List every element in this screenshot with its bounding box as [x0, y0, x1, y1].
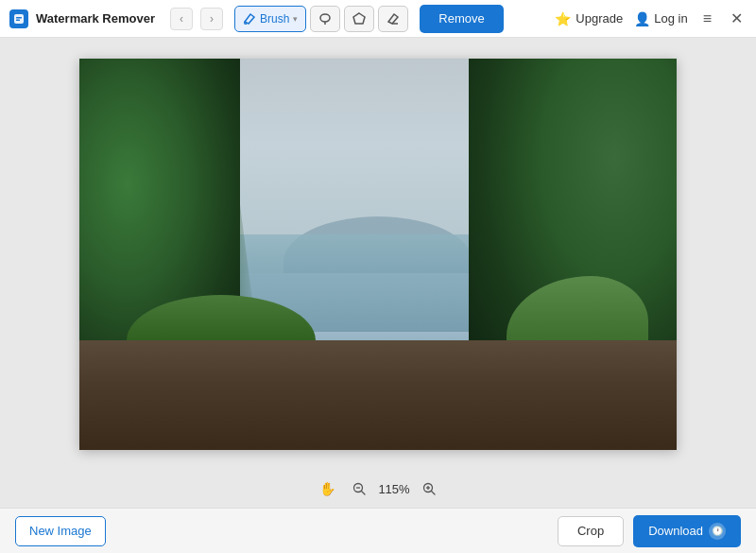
image-container — [79, 59, 677, 450]
lasso-tool-button[interactable] — [310, 6, 340, 32]
zoom-controls: 115% — [349, 478, 439, 499]
upgrade-button[interactable]: ⭐ Upgrade — [555, 11, 623, 26]
brush-tool-button[interactable]: Brush ▾ — [234, 6, 306, 32]
svg-line-8 — [432, 492, 436, 495]
polygon-tool-button[interactable] — [344, 6, 374, 32]
svg-rect-0 — [14, 14, 24, 24]
svg-rect-1 — [16, 17, 22, 19]
photo-ground — [79, 340, 677, 450]
upgrade-icon: ⭐ — [555, 11, 571, 26]
toolbar-tools: Brush ▾ — [234, 6, 408, 32]
action-right: Crop Download 🕐 — [558, 515, 741, 547]
menu-button[interactable]: ≡ — [699, 9, 715, 29]
zoom-in-button[interactable] — [419, 478, 439, 499]
bottom-toolbar: ✋ 115% — [317, 470, 439, 508]
photo-canvas — [79, 59, 677, 450]
bottom-actionbar: New Image Crop Download 🕐 — [0, 508, 756, 553]
svg-line-5 — [362, 492, 366, 495]
erase-tool-button[interactable] — [378, 6, 408, 32]
header-right: ⭐ Upgrade 👤 Log in ≡ ✕ — [555, 8, 747, 29]
hand-tool-button[interactable]: ✋ — [317, 478, 337, 499]
nav-back-button[interactable]: ‹ — [170, 8, 193, 30]
remove-button[interactable]: Remove — [420, 5, 503, 33]
nav-forward-button[interactable]: › — [200, 8, 223, 30]
zoom-level: 115% — [377, 482, 411, 496]
canvas-area — [0, 38, 756, 470]
download-clock-icon: 🕐 — [709, 523, 726, 540]
svg-rect-2 — [16, 19, 20, 21]
main-content: ✋ 115% — [0, 38, 756, 508]
app-logo — [9, 9, 28, 28]
app-title: Watermark Remover — [36, 11, 155, 26]
titlebar: Watermark Remover ‹ › Brush ▾ — [0, 0, 756, 38]
svg-point-3 — [320, 14, 330, 22]
user-icon: 👤 — [634, 11, 650, 26]
crop-button[interactable]: Crop — [558, 516, 624, 546]
login-button[interactable]: 👤 Log in — [634, 11, 687, 26]
new-image-button[interactable]: New Image — [15, 516, 106, 546]
download-button[interactable]: Download 🕐 — [633, 515, 741, 547]
zoom-out-button[interactable] — [349, 478, 369, 499]
close-button[interactable]: ✕ — [727, 8, 747, 29]
